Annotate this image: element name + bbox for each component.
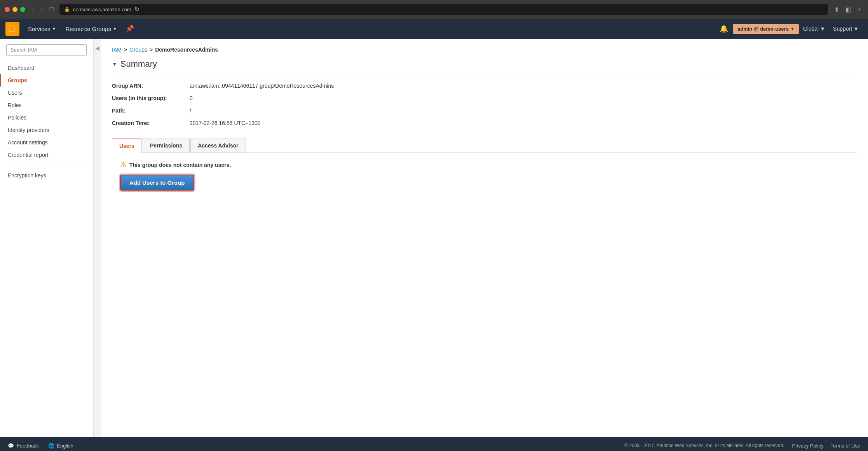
feedback-button[interactable]: 💬 Feedback <box>8 443 39 449</box>
warning-text: This group does not contain any users. <box>129 162 231 168</box>
sidebar-item-users[interactable]: Users <box>0 87 93 99</box>
summary-label-path: Path: <box>112 108 190 114</box>
sidebar-item-label: Groups <box>8 77 27 83</box>
summary-row-creation: Creation Time: 2017-02-26 16:58 UTC+1300 <box>112 117 857 129</box>
account-badge[interactable]: admin @ demo-users ▼ <box>733 24 799 34</box>
sidebar-item-dashboard[interactable]: Dashboard <box>0 62 93 74</box>
region-label: Global <box>803 26 819 32</box>
address-bar[interactable]: 🔒 console.aws.amazon.com ↻ <box>59 4 828 15</box>
support-label: Support <box>833 26 852 32</box>
tab-access-advisor[interactable]: Access Advisor <box>190 139 246 153</box>
sidebar-item-roles[interactable]: Roles <box>0 99 93 111</box>
browser-chrome: ‹ › □ 🔒 console.aws.amazon.com ↻ ⬆ ◧ + <box>0 0 868 19</box>
summary-header: ▼ Summary <box>112 59 857 73</box>
support-arrow-icon: ▼ <box>853 26 859 32</box>
region-arrow-icon: ▼ <box>820 26 825 32</box>
window-button[interactable]: □ <box>47 5 56 14</box>
summary-label-arn: Group ARN: <box>112 83 190 89</box>
footer-links: Privacy Policy Terms of Use <box>792 443 861 449</box>
sidebar-item-label: Dashboard <box>8 65 35 71</box>
dot-red[interactable] <box>5 7 10 12</box>
tab-content-users: ⚠ This group does not contain any users.… <box>112 153 857 207</box>
notifications-bell-icon[interactable]: 🔔 <box>715 24 733 33</box>
dot-green[interactable] <box>20 7 25 12</box>
account-arrow-icon: ▼ <box>790 26 795 31</box>
language-label: English <box>57 443 73 449</box>
new-tab-button[interactable]: + <box>855 5 863 14</box>
summary-row-arn: Group ARN: arn:aws:iam::094411466117:gro… <box>112 80 857 92</box>
sidebar-item-groups[interactable]: Groups <box>0 74 93 87</box>
sidebar-search <box>6 44 87 56</box>
summary-table: Group ARN: arn:aws:iam::094411466117:gro… <box>112 80 857 129</box>
summary-value-users: 0 <box>190 95 193 101</box>
resource-groups-label: Resource Groups <box>65 26 111 32</box>
privacy-policy-link[interactable]: Privacy Policy <box>792 443 824 449</box>
lock-icon: 🔒 <box>64 7 70 12</box>
summary-title: Summary <box>120 59 157 69</box>
sidebar-item-label: Identity providers <box>8 127 49 133</box>
url-text: console.aws.amazon.com <box>73 7 131 12</box>
sidebar-divider <box>6 165 87 165</box>
summary-value-path: / <box>190 108 191 114</box>
sidebar-item-label: Encryption keys <box>8 172 46 179</box>
tab-permissions-label: Permissions <box>150 142 182 149</box>
terms-of-use-link[interactable]: Terms of Use <box>830 443 860 449</box>
summary-label-users: Users (in this group): <box>112 95 190 101</box>
breadcrumb-groups-link[interactable]: Groups <box>129 47 147 53</box>
footer: 💬 Feedback 🌐 English © 2008 - 2017, Amaz… <box>0 437 868 451</box>
resource-groups-arrow-icon: ▼ <box>113 26 117 31</box>
support-menu[interactable]: Support ▼ <box>829 26 863 32</box>
sidebar-nav: Dashboard Groups Users Roles Policies Id… <box>0 62 93 182</box>
tabs-button[interactable]: ◧ <box>843 5 854 14</box>
breadcrumb-sep-2: > <box>150 47 153 53</box>
summary-arrow-icon: ▼ <box>112 61 117 67</box>
pin-icon[interactable]: 📌 <box>122 24 138 33</box>
main-layout: Dashboard Groups Users Roles Policies Id… <box>0 39 868 437</box>
sidebar-item-credential-report[interactable]: Credential report <box>0 149 93 161</box>
breadcrumb-iam-link[interactable]: IAM <box>112 47 122 53</box>
aws-logo: ☐ <box>5 22 19 36</box>
add-users-to-group-button[interactable]: Add Users to Group <box>120 175 194 191</box>
globe-icon: 🌐 <box>48 443 54 449</box>
sidebar-item-label: Account settings <box>8 139 48 146</box>
aws-nav: ☐ Services ▼ Resource Groups ▼ 📌 🔔 admin… <box>0 19 868 39</box>
tab-access-advisor-label: Access Advisor <box>198 142 239 149</box>
sidebar-item-encryption-keys[interactable]: Encryption keys <box>0 169 93 182</box>
sidebar-item-label: Users <box>8 90 22 96</box>
summary-value-creation: 2017-02-26 16:58 UTC+1300 <box>190 120 261 126</box>
tab-permissions[interactable]: Permissions <box>143 139 190 153</box>
forward-button[interactable]: › <box>38 5 45 14</box>
sidebar-item-identity-providers[interactable]: Identity providers <box>0 124 93 136</box>
summary-row-path: Path: / <box>112 104 857 117</box>
sidebar-collapse-handle[interactable]: ◀ <box>93 39 101 437</box>
sidebar-wrapper: Dashboard Groups Users Roles Policies Id… <box>0 39 101 437</box>
back-button[interactable]: ‹ <box>29 5 36 14</box>
sidebar: Dashboard Groups Users Roles Policies Id… <box>0 39 93 437</box>
resource-groups-menu[interactable]: Resource Groups ▼ <box>61 19 121 39</box>
services-label: Services <box>28 26 51 32</box>
search-input[interactable] <box>6 44 87 56</box>
summary-row-users: Users (in this group): 0 <box>112 92 857 104</box>
sidebar-item-label: Credential report <box>8 152 48 158</box>
main-content: IAM > Groups > DemoResourcesAdmins ▼ Sum… <box>101 39 868 437</box>
language-selector[interactable]: 🌐 English <box>48 443 73 449</box>
tabs: Users Permissions Access Advisor <box>112 139 857 153</box>
breadcrumb-sep-1: > <box>124 47 127 53</box>
browser-nav: ‹ › □ <box>29 5 56 14</box>
account-label: admin @ demo-users <box>737 26 789 32</box>
summary-label-creation: Creation Time: <box>112 120 190 126</box>
tab-users[interactable]: Users <box>112 139 142 153</box>
collapse-icon: ◀ <box>95 45 99 51</box>
reload-button[interactable]: ↻ <box>134 6 139 13</box>
region-menu[interactable]: Global ▼ <box>799 26 829 32</box>
share-button[interactable]: ⬆ <box>832 5 842 14</box>
feedback-label: Feedback <box>17 443 39 449</box>
summary-value-arn: arn:aws:iam::094411466117:group/DemoReso… <box>190 83 334 89</box>
breadcrumb: IAM > Groups > DemoResourcesAdmins <box>112 47 857 53</box>
sidebar-item-policies[interactable]: Policies <box>0 111 93 124</box>
services-menu[interactable]: Services ▼ <box>23 19 61 39</box>
sidebar-item-label: Policies <box>8 114 26 121</box>
dot-yellow[interactable] <box>12 7 17 12</box>
sidebar-item-label: Roles <box>8 102 22 108</box>
sidebar-item-account-settings[interactable]: Account settings <box>0 136 93 149</box>
